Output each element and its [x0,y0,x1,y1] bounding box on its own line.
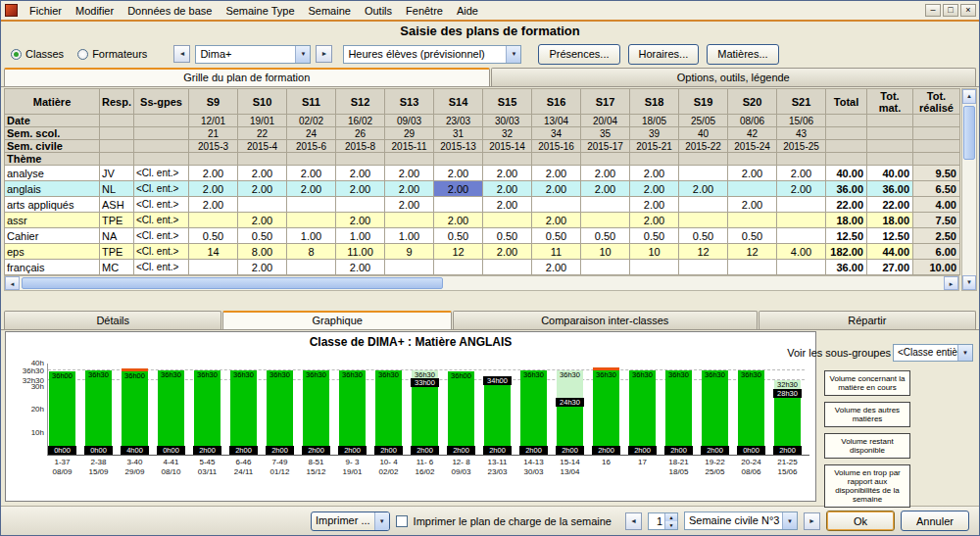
grid-value-cell[interactable]: 2.00 [728,166,777,181]
spinner-arrows[interactable]: ▲ ▼ [664,513,677,529]
radio-formateurs[interactable]: Formateurs [77,48,147,60]
grid-value-cell[interactable]: 12 [434,244,483,260]
grid-resp-cell[interactable]: JV [100,166,134,181]
grid-value-cell[interactable]: 2.00 [483,166,532,181]
grid-value-cell[interactable]: 0.50 [630,228,679,244]
grid-value-cell[interactable]: 2.00 [581,181,630,197]
grid-resp-cell[interactable]: NA [100,228,134,244]
grid-value-cell[interactable] [777,228,826,244]
grid-value-cell[interactable]: 0.50 [728,228,777,244]
grid-value-cell[interactable]: 2.00 [483,181,532,197]
grid-value-cell[interactable] [434,197,483,213]
grid-resp-cell[interactable]: TPE [100,244,134,260]
print-button[interactable]: Imprimer ... ▼ [311,512,390,531]
grid-value-cell[interactable]: 8 [287,244,336,260]
scroll-left-button[interactable]: ◄ [5,276,20,290]
class-prev-button[interactable]: ◄ [173,45,190,63]
grid-value-cell[interactable] [532,197,581,213]
minimize-button[interactable]: – [925,4,941,17]
grid-value-cell[interactable]: 2.00 [483,197,532,213]
print-checkbox[interactable] [396,515,408,527]
grid-value-cell[interactable]: 2.00 [189,181,238,197]
grid-value-cell[interactable]: 4.00 [777,244,826,260]
spin-down-icon[interactable]: ▼ [665,521,677,529]
grid-value-cell[interactable] [777,260,826,275]
spin-up-icon[interactable]: ▲ [665,513,677,521]
mode-selector[interactable]: Heures élèves (prévisionnel) ▼ [343,45,521,64]
grid-value-cell[interactable] [336,197,385,213]
grid-value-cell[interactable] [728,181,777,197]
grid-value-cell[interactable]: 2.00 [532,166,581,181]
grid-value-cell[interactable]: 2.00 [238,260,287,275]
class-selector[interactable]: Dima+ ▼ [195,45,311,64]
week-selector[interactable]: Semaine civile N°3 ▼ [684,512,798,530]
week-prev-button[interactable]: ◄ [625,512,642,530]
grid-value-cell[interactable] [679,166,728,181]
grid-value-cell[interactable]: 2.00 [532,213,581,228]
grid-value-cell[interactable]: 1.00 [287,228,336,244]
grid-value-cell[interactable]: 0.50 [532,228,581,244]
grid-value-cell[interactable]: 14 [189,244,238,260]
week-spinner[interactable]: 1 ▲ ▼ [648,512,678,530]
grid-value-cell[interactable]: 12 [728,244,777,260]
grid-value-cell[interactable]: 12 [679,244,728,260]
grid-value-cell[interactable] [679,213,728,228]
ok-button[interactable]: Ok [826,511,895,531]
grid-value-cell[interactable]: 2.00 [630,197,679,213]
grid-value-cell[interactable] [385,260,434,275]
grid-value-cell[interactable]: 2.00 [385,181,434,197]
grid-value-cell[interactable]: 2.00 [189,197,238,213]
grid-value-cell[interactable]: 2.00 [434,166,483,181]
grid-value-cell[interactable]: 1.00 [336,228,385,244]
grid-value-cell[interactable]: 2.00 [532,181,581,197]
grid-value-cell[interactable] [287,197,336,213]
grid-value-cell[interactable]: 2.00 [238,213,287,228]
scrollbar-track[interactable] [20,276,944,290]
class-next-button[interactable]: ► [316,45,332,63]
grid-value-cell[interactable]: 10 [581,244,630,260]
grid-value-cell[interactable]: 9 [385,244,434,260]
subgroups-selector[interactable]: <Classe entière> ▼ [893,344,973,362]
grid-value-cell[interactable] [679,197,728,213]
chevron-down-icon[interactable]: ▼ [506,46,520,63]
grid-value-cell[interactable]: 2.00 [434,213,483,228]
chevron-down-icon[interactable]: ▼ [957,345,972,361]
grid-value-cell[interactable]: 2.00 [287,166,336,181]
grid-value-cell[interactable]: 10 [630,244,679,260]
grid-value-cell[interactable] [189,260,238,275]
grid-matiere-cell[interactable]: assr [5,213,100,228]
grid-ssgroup-cell[interactable]: <Cl. ent.> [134,228,189,244]
grid-value-cell[interactable] [581,213,630,228]
grid-value-cell[interactable]: 2.00 [728,197,777,213]
grid-value-cell[interactable]: 0.50 [189,228,238,244]
menu-modifier[interactable]: Modifier [69,3,121,19]
grid-value-cell[interactable] [287,213,336,228]
grid-value-cell[interactable]: 2.00 [630,166,679,181]
tab-options-outils-legende[interactable]: Options, outils, légende [491,68,977,86]
grid-value-cell[interactable] [434,260,483,275]
presences-button[interactable]: Présences... [538,44,619,65]
grid-value-cell[interactable]: 2.00 [483,244,532,260]
grid-matiere-cell[interactable]: arts appliqués [5,197,100,213]
grid-value-cell[interactable]: 2.00 [189,166,238,181]
tab-grille-du-plan-de-formation[interactable]: Grille du plan de formation [4,68,490,86]
cancel-button[interactable]: Annuler [901,511,969,531]
scroll-up-button[interactable]: ▲ [962,89,976,104]
grid-resp-cell[interactable]: TPE [100,213,134,228]
grid-value-cell[interactable]: 2.00 [434,181,483,197]
chevron-down-icon[interactable]: ▼ [782,512,797,529]
menu-outils[interactable]: Outils [358,3,399,19]
menu-semaine-type[interactable]: Semaine Type [219,3,301,19]
grid-value-cell[interactable] [777,213,826,228]
horizontal-scrollbar[interactable]: ◄ ► [4,275,959,291]
scroll-right-button[interactable]: ► [944,276,958,290]
vertical-scrollbar[interactable]: ▲ ▼ [961,88,977,291]
grid-matiere-cell[interactable]: analyse [5,166,100,181]
grid-matiere-cell[interactable]: français [5,260,100,275]
grid-value-cell[interactable]: 2.00 [336,260,385,275]
tab-details[interactable]: Détails [4,311,221,329]
menu-aide[interactable]: Aide [450,3,485,19]
grid-value-cell[interactable]: 8.00 [238,244,287,260]
grid-ssgroup-cell[interactable]: <Cl. ent.> [134,181,189,197]
grid-value-cell[interactable]: 2.00 [532,260,581,275]
